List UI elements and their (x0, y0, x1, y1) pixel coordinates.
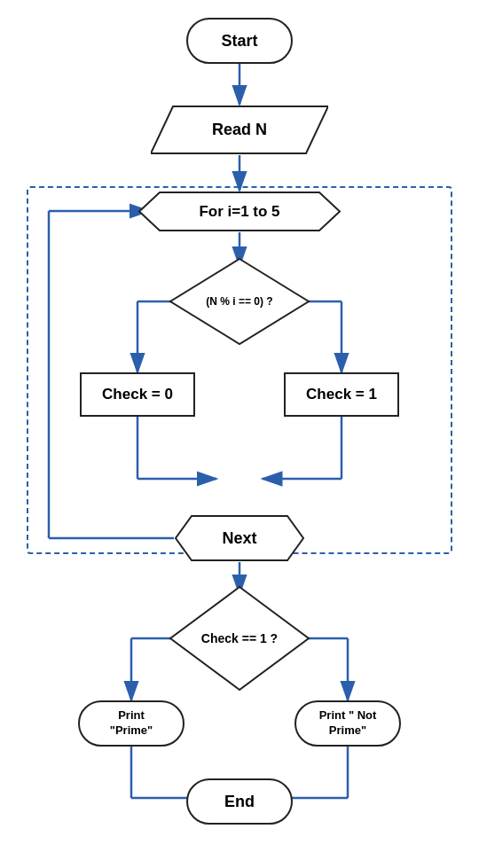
condition2-shape: Check == 1 ? (169, 585, 310, 692)
condition2-label: Check == 1 ? (169, 585, 310, 692)
flowchart: Start Read N For i=1 to 5 (N % i == 0) ?… (0, 0, 479, 868)
read-n-shape: Read N (151, 105, 328, 155)
start-label: Start (221, 32, 257, 51)
check1-label: Check = 1 (306, 386, 377, 403)
end-terminal: End (186, 778, 293, 825)
start-terminal: Start (186, 18, 293, 64)
print-prime-shape: Print "Prime" (78, 700, 185, 747)
for-loop-label: For i=1 to 5 (137, 191, 342, 232)
check1-shape: Check = 1 (284, 372, 399, 417)
condition1-label: (N % i == 0) ? (169, 257, 310, 346)
loop-dashed-box (27, 186, 452, 554)
print-not-prime-shape: Print " Not Prime" (294, 700, 401, 747)
print-not-prime-label: Print " Not Prime" (319, 708, 377, 739)
condition1-shape: (N % i == 0) ? (169, 257, 310, 346)
check0-label: Check = 0 (102, 386, 173, 403)
end-label: End (224, 793, 255, 811)
print-prime-label: Print "Prime" (110, 708, 153, 739)
read-n-label: Read N (151, 105, 328, 155)
for-loop-shape: For i=1 to 5 (137, 191, 342, 232)
check0-shape: Check = 0 (80, 372, 195, 417)
next-shape: Next (174, 514, 305, 562)
next-label: Next (174, 514, 305, 562)
